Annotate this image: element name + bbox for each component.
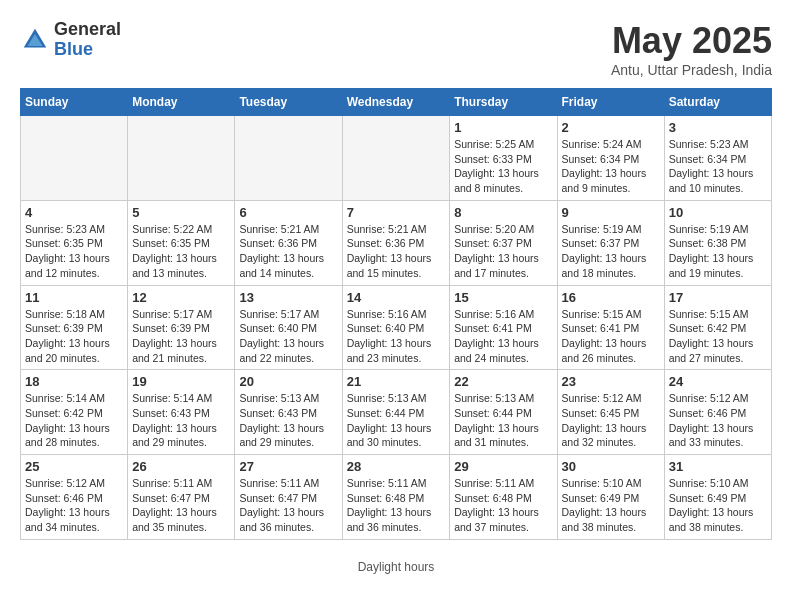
page-header: General Blue May 2025 Antu, Uttar Prades… <box>20 20 772 78</box>
calendar-day-cell: 2Sunrise: 5:24 AM Sunset: 6:34 PM Daylig… <box>557 116 664 201</box>
day-info: Sunrise: 5:11 AM Sunset: 6:47 PM Dayligh… <box>239 476 337 535</box>
day-number: 10 <box>669 205 767 220</box>
day-info: Sunrise: 5:15 AM Sunset: 6:42 PM Dayligh… <box>669 307 767 366</box>
day-number: 19 <box>132 374 230 389</box>
calendar-day-cell: 7Sunrise: 5:21 AM Sunset: 6:36 PM Daylig… <box>342 200 450 285</box>
day-number: 1 <box>454 120 552 135</box>
calendar-day-cell: 18Sunrise: 5:14 AM Sunset: 6:42 PM Dayli… <box>21 370 128 455</box>
calendar-day-cell: 24Sunrise: 5:12 AM Sunset: 6:46 PM Dayli… <box>664 370 771 455</box>
day-number: 29 <box>454 459 552 474</box>
day-info: Sunrise: 5:23 AM Sunset: 6:35 PM Dayligh… <box>25 222 123 281</box>
day-number: 7 <box>347 205 446 220</box>
calendar-week-row: 18Sunrise: 5:14 AM Sunset: 6:42 PM Dayli… <box>21 370 772 455</box>
calendar-day-cell: 14Sunrise: 5:16 AM Sunset: 6:40 PM Dayli… <box>342 285 450 370</box>
calendar-day-cell: 26Sunrise: 5:11 AM Sunset: 6:47 PM Dayli… <box>128 455 235 540</box>
day-info: Sunrise: 5:16 AM Sunset: 6:41 PM Dayligh… <box>454 307 552 366</box>
day-number: 28 <box>347 459 446 474</box>
day-number: 17 <box>669 290 767 305</box>
calendar-day-cell: 29Sunrise: 5:11 AM Sunset: 6:48 PM Dayli… <box>450 455 557 540</box>
calendar-header-thursday: Thursday <box>450 89 557 116</box>
calendar-day-cell: 5Sunrise: 5:22 AM Sunset: 6:35 PM Daylig… <box>128 200 235 285</box>
day-number: 15 <box>454 290 552 305</box>
calendar-day-cell: 6Sunrise: 5:21 AM Sunset: 6:36 PM Daylig… <box>235 200 342 285</box>
calendar-day-cell <box>21 116 128 201</box>
calendar-day-cell: 20Sunrise: 5:13 AM Sunset: 6:43 PM Dayli… <box>235 370 342 455</box>
day-info: Sunrise: 5:20 AM Sunset: 6:37 PM Dayligh… <box>454 222 552 281</box>
day-number: 6 <box>239 205 337 220</box>
day-info: Sunrise: 5:18 AM Sunset: 6:39 PM Dayligh… <box>25 307 123 366</box>
day-number: 22 <box>454 374 552 389</box>
day-info: Sunrise: 5:11 AM Sunset: 6:47 PM Dayligh… <box>132 476 230 535</box>
day-number: 2 <box>562 120 660 135</box>
day-info: Sunrise: 5:11 AM Sunset: 6:48 PM Dayligh… <box>454 476 552 535</box>
calendar-day-cell: 23Sunrise: 5:12 AM Sunset: 6:45 PM Dayli… <box>557 370 664 455</box>
calendar-day-cell: 28Sunrise: 5:11 AM Sunset: 6:48 PM Dayli… <box>342 455 450 540</box>
day-info: Sunrise: 5:13 AM Sunset: 6:44 PM Dayligh… <box>454 391 552 450</box>
calendar-week-row: 11Sunrise: 5:18 AM Sunset: 6:39 PM Dayli… <box>21 285 772 370</box>
day-number: 30 <box>562 459 660 474</box>
day-number: 14 <box>347 290 446 305</box>
calendar-day-cell <box>235 116 342 201</box>
day-number: 18 <box>25 374 123 389</box>
calendar-day-cell: 25Sunrise: 5:12 AM Sunset: 6:46 PM Dayli… <box>21 455 128 540</box>
day-info: Sunrise: 5:24 AM Sunset: 6:34 PM Dayligh… <box>562 137 660 196</box>
day-info: Sunrise: 5:17 AM Sunset: 6:40 PM Dayligh… <box>239 307 337 366</box>
day-number: 11 <box>25 290 123 305</box>
day-info: Sunrise: 5:21 AM Sunset: 6:36 PM Dayligh… <box>239 222 337 281</box>
calendar-day-cell: 19Sunrise: 5:14 AM Sunset: 6:43 PM Dayli… <box>128 370 235 455</box>
day-number: 26 <box>132 459 230 474</box>
calendar-header-saturday: Saturday <box>664 89 771 116</box>
logo-general: General <box>54 20 121 40</box>
calendar-day-cell: 22Sunrise: 5:13 AM Sunset: 6:44 PM Dayli… <box>450 370 557 455</box>
calendar-day-cell: 10Sunrise: 5:19 AM Sunset: 6:38 PM Dayli… <box>664 200 771 285</box>
day-info: Sunrise: 5:17 AM Sunset: 6:39 PM Dayligh… <box>132 307 230 366</box>
title-area: May 2025 Antu, Uttar Pradesh, India <box>611 20 772 78</box>
calendar-day-cell: 31Sunrise: 5:10 AM Sunset: 6:49 PM Dayli… <box>664 455 771 540</box>
calendar-header-monday: Monday <box>128 89 235 116</box>
calendar-day-cell: 1Sunrise: 5:25 AM Sunset: 6:33 PM Daylig… <box>450 116 557 201</box>
logo-text: General Blue <box>54 20 121 60</box>
calendar-week-row: 1Sunrise: 5:25 AM Sunset: 6:33 PM Daylig… <box>21 116 772 201</box>
day-info: Sunrise: 5:11 AM Sunset: 6:48 PM Dayligh… <box>347 476 446 535</box>
day-number: 25 <box>25 459 123 474</box>
day-number: 4 <box>25 205 123 220</box>
day-info: Sunrise: 5:12 AM Sunset: 6:46 PM Dayligh… <box>669 391 767 450</box>
day-number: 27 <box>239 459 337 474</box>
calendar-header-sunday: Sunday <box>21 89 128 116</box>
day-info: Sunrise: 5:15 AM Sunset: 6:41 PM Dayligh… <box>562 307 660 366</box>
day-info: Sunrise: 5:13 AM Sunset: 6:43 PM Dayligh… <box>239 391 337 450</box>
calendar-header-tuesday: Tuesday <box>235 89 342 116</box>
calendar-day-cell: 21Sunrise: 5:13 AM Sunset: 6:44 PM Dayli… <box>342 370 450 455</box>
day-info: Sunrise: 5:19 AM Sunset: 6:37 PM Dayligh… <box>562 222 660 281</box>
day-info: Sunrise: 5:10 AM Sunset: 6:49 PM Dayligh… <box>562 476 660 535</box>
calendar-day-cell: 27Sunrise: 5:11 AM Sunset: 6:47 PM Dayli… <box>235 455 342 540</box>
day-number: 21 <box>347 374 446 389</box>
calendar-header-wednesday: Wednesday <box>342 89 450 116</box>
calendar-day-cell: 17Sunrise: 5:15 AM Sunset: 6:42 PM Dayli… <box>664 285 771 370</box>
calendar-day-cell: 11Sunrise: 5:18 AM Sunset: 6:39 PM Dayli… <box>21 285 128 370</box>
day-info: Sunrise: 5:12 AM Sunset: 6:46 PM Dayligh… <box>25 476 123 535</box>
logo: General Blue <box>20 20 121 60</box>
calendar-day-cell: 4Sunrise: 5:23 AM Sunset: 6:35 PM Daylig… <box>21 200 128 285</box>
day-info: Sunrise: 5:21 AM Sunset: 6:36 PM Dayligh… <box>347 222 446 281</box>
day-number: 24 <box>669 374 767 389</box>
day-info: Sunrise: 5:14 AM Sunset: 6:43 PM Dayligh… <box>132 391 230 450</box>
day-info: Sunrise: 5:10 AM Sunset: 6:49 PM Dayligh… <box>669 476 767 535</box>
calendar-week-row: 4Sunrise: 5:23 AM Sunset: 6:35 PM Daylig… <box>21 200 772 285</box>
day-number: 20 <box>239 374 337 389</box>
logo-blue: Blue <box>54 40 121 60</box>
calendar-day-cell <box>342 116 450 201</box>
calendar-day-cell: 16Sunrise: 5:15 AM Sunset: 6:41 PM Dayli… <box>557 285 664 370</box>
location: Antu, Uttar Pradesh, India <box>611 62 772 78</box>
day-info: Sunrise: 5:23 AM Sunset: 6:34 PM Dayligh… <box>669 137 767 196</box>
calendar-day-cell: 12Sunrise: 5:17 AM Sunset: 6:39 PM Dayli… <box>128 285 235 370</box>
day-info: Sunrise: 5:12 AM Sunset: 6:45 PM Dayligh… <box>562 391 660 450</box>
calendar-day-cell: 8Sunrise: 5:20 AM Sunset: 6:37 PM Daylig… <box>450 200 557 285</box>
day-number: 13 <box>239 290 337 305</box>
calendar-table: SundayMondayTuesdayWednesdayThursdayFrid… <box>20 88 772 540</box>
month-year: May 2025 <box>611 20 772 62</box>
day-number: 5 <box>132 205 230 220</box>
calendar-day-cell: 30Sunrise: 5:10 AM Sunset: 6:49 PM Dayli… <box>557 455 664 540</box>
calendar-header-friday: Friday <box>557 89 664 116</box>
calendar-day-cell: 9Sunrise: 5:19 AM Sunset: 6:37 PM Daylig… <box>557 200 664 285</box>
